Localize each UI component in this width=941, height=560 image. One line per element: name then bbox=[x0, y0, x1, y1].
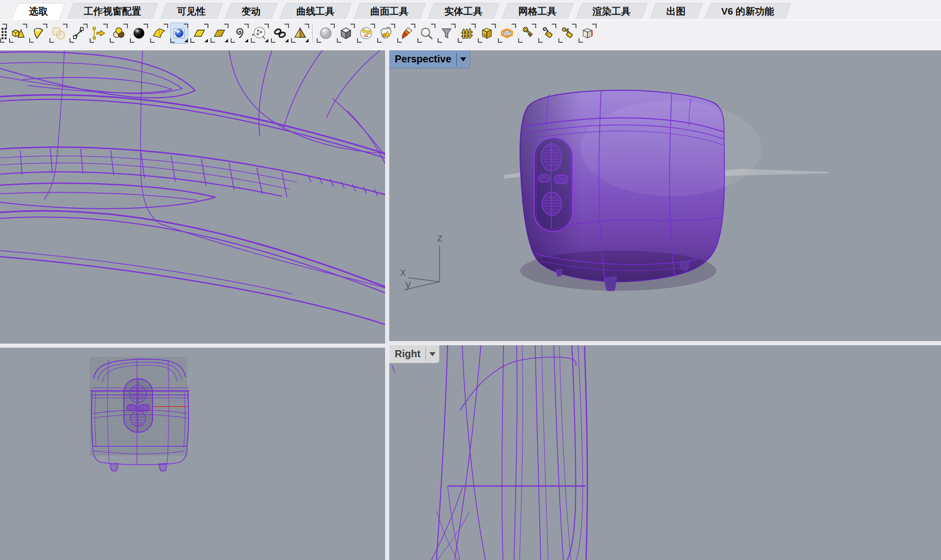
front-wireframe-canvas bbox=[0, 348, 385, 560]
toolbar-button-color-circles[interactable] bbox=[110, 23, 128, 44]
viewport-area: z x y Perspective bbox=[0, 50, 941, 560]
viewport-top[interactable] bbox=[0, 50, 385, 344]
toolbar-button-folded-surface[interactable] bbox=[150, 23, 168, 44]
viewport-right[interactable]: Right bbox=[389, 345, 941, 560]
tab-label: 实体工具 bbox=[445, 5, 483, 18]
move-icon bbox=[71, 26, 86, 41]
toolbar-button-hook-tag[interactable] bbox=[538, 23, 556, 44]
toolbar-button-magnifier[interactable] bbox=[417, 23, 436, 44]
viewport-label-right[interactable]: Right bbox=[389, 345, 440, 363]
tab-2[interactable]: 工作视窗配置 bbox=[67, 3, 159, 19]
toolbar-group-divider bbox=[312, 24, 314, 42]
flyout-triangle-icon bbox=[204, 39, 208, 42]
scale-arrow-icon bbox=[91, 26, 106, 41]
toolbar-button-solid-primitives[interactable] bbox=[9, 23, 27, 44]
magnifier-icon bbox=[419, 26, 434, 41]
tab-3[interactable]: 可见性 bbox=[160, 3, 223, 19]
viewport-front[interactable] bbox=[0, 348, 385, 560]
u-cube-icon: U bbox=[479, 26, 494, 41]
viewport-label-text: Perspective bbox=[389, 53, 456, 65]
viewport-label-perspective[interactable]: Perspective bbox=[389, 50, 470, 68]
toolbar-button-key[interactable] bbox=[518, 23, 536, 44]
point-grid-icon bbox=[0, 26, 7, 41]
tab-label: 曲线工具 bbox=[297, 5, 335, 18]
toolbar-button-filter-funnel[interactable] bbox=[438, 23, 456, 44]
toolbar-button-gray-cube[interactable] bbox=[337, 23, 355, 44]
flyout-triangle-icon bbox=[265, 39, 268, 42]
tab-label: 选取 bbox=[29, 5, 48, 18]
viewport-label-text: Right bbox=[389, 348, 425, 360]
toolbar-button-spiral[interactable] bbox=[231, 23, 249, 44]
toolbar-button-point-grid[interactable] bbox=[0, 23, 7, 44]
toolbar-button-gray-sphere[interactable] bbox=[317, 23, 335, 44]
toolbar-button-yellow-plane[interactable] bbox=[190, 23, 208, 44]
fence-icon bbox=[459, 26, 474, 41]
toolbar-button-cone[interactable] bbox=[29, 23, 47, 44]
solid-primitives-icon bbox=[11, 26, 26, 41]
toolbar-button-u-cube[interactable]: U bbox=[478, 23, 496, 44]
cube-red-edge-icon bbox=[580, 26, 595, 41]
paintbrush-icon bbox=[399, 26, 414, 41]
key-icon bbox=[520, 26, 535, 41]
tab-label: 网格工具 bbox=[519, 5, 557, 18]
toolbar-button-hatch-circles[interactable] bbox=[49, 23, 67, 44]
tab-label: 渲染工具 bbox=[593, 5, 631, 18]
svg-text:z: z bbox=[437, 231, 443, 244]
toolbar-button-shiny-sphere-box[interactable] bbox=[170, 23, 188, 44]
flyout-triangle-icon bbox=[245, 39, 248, 42]
toolbar-button-pyramid[interactable] bbox=[291, 23, 309, 44]
folded-surface-icon bbox=[152, 26, 167, 41]
blob-group-icon bbox=[379, 26, 394, 41]
toolbar-button-chain-links[interactable] bbox=[271, 23, 289, 44]
toolbar-button-cube-red-edge[interactable] bbox=[578, 23, 597, 44]
toolbar-button-spiral-points[interactable] bbox=[251, 23, 269, 44]
wireframe-top-canvas bbox=[0, 50, 385, 344]
toolbar-button-yellow-mesh[interactable] bbox=[210, 23, 229, 44]
flyout-triangle-icon bbox=[225, 39, 228, 42]
toolbar-button-black-sphere[interactable] bbox=[130, 23, 148, 44]
shapes-circle-icon bbox=[358, 26, 374, 41]
gray-cube-icon bbox=[338, 26, 353, 41]
toolbar-tab-bar: 选取工作视窗配置可见性变动曲线工具曲面工具实体工具网格工具渲染工具出图V6 的新… bbox=[0, 3, 941, 19]
tab-7[interactable]: 实体工具 bbox=[427, 3, 500, 19]
hatch-circles-icon bbox=[51, 26, 66, 41]
highlight-box-icon bbox=[499, 26, 515, 41]
toolbar-button-highlight-box[interactable] bbox=[498, 23, 516, 44]
tab-6[interactable]: 曲面工具 bbox=[353, 3, 426, 19]
gray-sphere-icon bbox=[318, 26, 333, 41]
tab-label: 可见性 bbox=[177, 5, 206, 18]
svg-text:x: x bbox=[400, 266, 406, 278]
flyout-triangle-icon bbox=[184, 39, 188, 42]
tab-11[interactable]: V6 的新功能 bbox=[704, 3, 791, 19]
tab-10[interactable]: 出图 bbox=[649, 3, 703, 19]
toolbar-button-key-tag[interactable] bbox=[558, 23, 576, 44]
toolbar-button-shapes-circle[interactable] bbox=[357, 23, 375, 44]
tab-8[interactable]: 网格工具 bbox=[501, 3, 574, 19]
toolbar-button-scale-arrow[interactable] bbox=[90, 23, 108, 44]
svg-text:U: U bbox=[484, 32, 487, 37]
right-wireframe-canvas bbox=[389, 345, 941, 560]
flyout-triangle-icon bbox=[305, 39, 309, 42]
tab-label: 变动 bbox=[242, 5, 261, 18]
toolbar-button-move[interactable] bbox=[69, 23, 88, 44]
tab-4[interactable]: 变动 bbox=[225, 3, 278, 19]
tab-9[interactable]: 渲染工具 bbox=[575, 3, 648, 19]
cone-icon bbox=[31, 26, 46, 41]
perspective-model-canvas: z x y bbox=[389, 50, 941, 341]
toolbar-button-blob-group[interactable] bbox=[377, 23, 395, 44]
chevron-down-icon bbox=[429, 352, 436, 356]
toolbar-button-fence[interactable] bbox=[458, 23, 476, 44]
tab-label: 出图 bbox=[667, 5, 686, 18]
key-tag-icon bbox=[560, 26, 575, 41]
toolbar-button-paintbrush[interactable] bbox=[397, 23, 415, 44]
tab-5[interactable]: 曲线工具 bbox=[279, 3, 352, 19]
viewport-perspective[interactable]: z x y Perspective bbox=[389, 50, 941, 341]
tab-1[interactable]: 选取 bbox=[12, 3, 65, 19]
flyout-triangle-icon bbox=[285, 39, 288, 42]
color-circles-icon bbox=[111, 26, 126, 41]
filter-funnel-icon bbox=[439, 26, 454, 41]
viewport-menu-button[interactable] bbox=[426, 345, 439, 363]
viewport-menu-button[interactable] bbox=[457, 50, 470, 68]
tab-label: 工作视窗配置 bbox=[84, 5, 141, 18]
main-toolbar: U bbox=[0, 19, 941, 46]
